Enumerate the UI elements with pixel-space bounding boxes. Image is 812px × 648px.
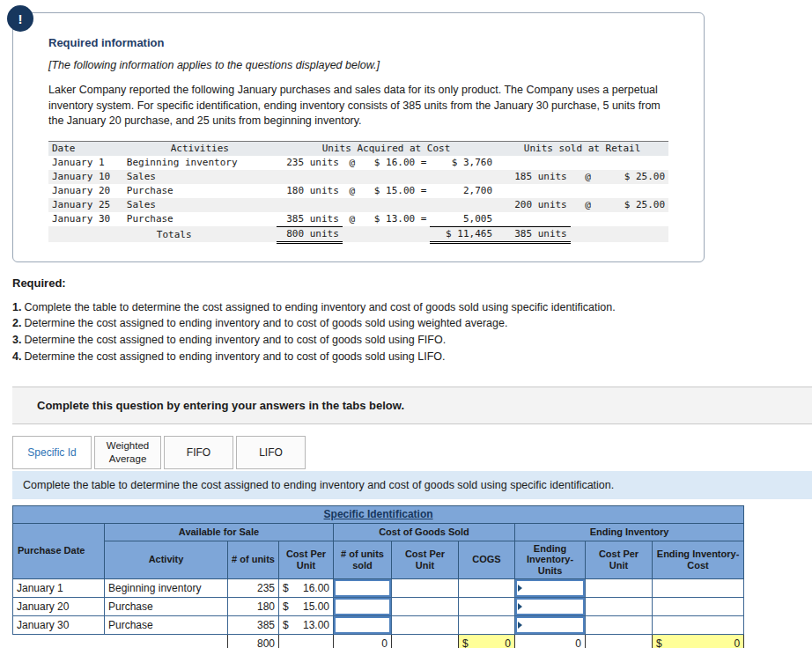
required-item: 4.Determine the cost assigned to ending … [12,350,812,365]
tab-weighted-average[interactable]: Weighted Average [94,436,161,469]
dollar-sign: $ [283,600,289,613]
required-information-box: ! Required information [The following in… [12,12,705,262]
units-sold-input[interactable] [334,616,391,634]
dollar-sign: $ [656,637,662,648]
inventory-row: January 30 Purchase 385 units @ $ 13.00 … [48,212,668,227]
inventory-cell: $ 25.00 [605,170,668,184]
tab-instruction-bar: Complete the table to determine the cost… [12,471,812,499]
units-sold-input[interactable] [334,598,391,615]
spec-table-column-header: Activity # of units Cost Per Unit # of u… [13,541,744,579]
applies-note: [The following information applies to th… [48,59,668,71]
empty-cell [586,635,653,648]
activity-cell: Beginning inventory [105,579,228,598]
inventory-cell: @ [571,198,606,212]
required-item-number: 3. [12,334,21,346]
cell-marker-icon [518,603,522,610]
header-units: # of units [228,541,279,579]
required-item-number: 1. [12,301,21,313]
empty-cell [392,598,459,616]
spec-table-group-header: Purchase Date Available for Sale Cost of… [13,523,744,541]
inventory-cell: @ [343,184,362,198]
empty-cell [653,616,744,635]
empty-cell [586,616,653,635]
ending-units-input-cell [515,598,586,616]
inventory-cell: $ 16.00 = [362,156,431,170]
tab-label: Specific Id [27,446,76,459]
header-purchase-date: Purchase Date [13,523,105,579]
cogs-total-value: 0 [505,637,511,648]
inventory-cell: $ 15.00 = [362,184,431,198]
purchase-date-cell: January 30 [13,616,105,635]
inventory-cell [496,156,571,170]
required-item-text: Determine the cost assigned to ending in… [24,334,446,346]
inventory-cell: @ [343,156,362,170]
ending-units-input[interactable] [515,598,585,615]
inventory-row: January 25 Sales 200 units @ $ 25.00 [48,198,668,212]
required-information-title: Required information [48,36,668,49]
ending-units-input[interactable] [515,579,585,597]
empty-cell [13,635,105,648]
required-heading: Required: [12,276,812,290]
ending-units-input[interactable] [515,616,585,634]
tab-lifo[interactable]: LIFO [236,436,306,469]
inventory-cell: Totals [123,226,277,242]
empty-cell [653,598,744,616]
inventory-cell: January 30 [48,212,123,227]
ending-units-input-cell [515,616,586,635]
empty-cell [653,579,744,598]
inventory-cell: 385 units [496,226,571,242]
inventory-cell [605,212,668,227]
inventory-cell: Sales [123,198,277,212]
required-item-number: 2. [12,317,21,329]
empty-cell [586,598,653,616]
inventory-cell [430,198,496,212]
inventory-cell: Activities [123,141,277,156]
header-ending-inventory-cost: Ending Inventory- Cost [653,541,744,579]
cost-value: 15.00 [303,600,329,613]
inventory-cell: Date [48,141,123,156]
inventory-cell: $ 25.00 [605,198,668,212]
spec-table-title-cell: Specific Identification [13,505,744,523]
empty-cell [392,579,459,598]
empty-cell [48,226,123,242]
total-ending-units-cell: 0 [515,635,586,648]
inventory-row: January 10 Sales 185 units @ $ 25.00 [48,170,668,184]
inventory-cell: 2,700 [430,184,496,198]
dollar-sign: $ [283,619,289,631]
empty-cell [392,616,459,635]
tab-fifo[interactable]: FIFO [164,436,233,469]
alert-icon: ! [7,5,33,32]
units-cell: 385 [228,616,279,635]
empty-cell [571,226,606,242]
header-activity: Activity [105,541,228,579]
inventory-cell [496,184,571,198]
required-item-text: Determine the cost assigned to ending in… [24,350,445,363]
activity-cell: Purchase [105,616,228,635]
tab-specific-id[interactable]: Specific Id [12,436,92,469]
empty-cell [392,635,459,648]
empty-cell [279,635,334,648]
cell-marker-icon [518,622,522,629]
total-units-sold-cell: 0 [334,635,392,648]
header-cost-per-unit: Cost Per Unit [279,541,334,579]
empty-cell [459,616,515,635]
cost-value: 16.00 [303,582,329,594]
header-available-for-sale: Available for Sale [105,523,334,541]
empty-cell [459,579,515,598]
units-sold-input[interactable] [334,579,391,597]
empty-cell [343,226,362,242]
inventory-cell [343,198,362,212]
inventory-cell: January 25 [48,198,123,212]
inventory-cell: $ 11,465 [430,226,496,242]
dollar-sign: $ [462,637,469,648]
header-ending-inventory-units: Ending Inventory-Units [515,541,586,579]
inventory-cell [277,198,343,212]
purchase-date-cell: January 20 [13,598,105,616]
inventory-cell: 235 units [277,156,343,170]
inventory-cell: January 1 [48,156,123,170]
inventory-cell: $ 13.00 = [362,212,431,227]
required-item-text: Determine the cost assigned to ending in… [24,317,507,329]
required-item: 3.Determine the cost assigned to ending … [12,333,812,349]
inventory-cell [496,212,571,227]
cost-value: 13.00 [303,619,329,631]
